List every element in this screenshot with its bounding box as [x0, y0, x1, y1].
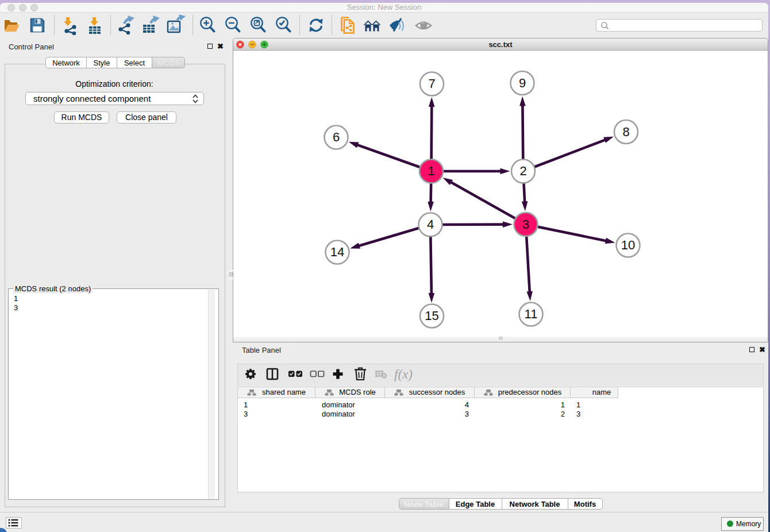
svg-text:8: 8 — [622, 125, 629, 139]
svg-text:6: 6 — [333, 130, 340, 144]
svg-text:11: 11 — [525, 307, 538, 321]
svg-text:14: 14 — [330, 245, 344, 259]
svg-text:7: 7 — [428, 76, 435, 91]
svg-text:1: 1 — [428, 164, 434, 178]
svg-text:9: 9 — [519, 76, 526, 90]
svg-text:15: 15 — [425, 309, 438, 323]
svg-text:2: 2 — [519, 164, 526, 178]
svg-text:3: 3 — [522, 217, 529, 232]
svg-text:10: 10 — [621, 238, 635, 252]
svg-text:f(x): f(x) — [394, 367, 413, 381]
svg-text:4: 4 — [427, 217, 434, 232]
